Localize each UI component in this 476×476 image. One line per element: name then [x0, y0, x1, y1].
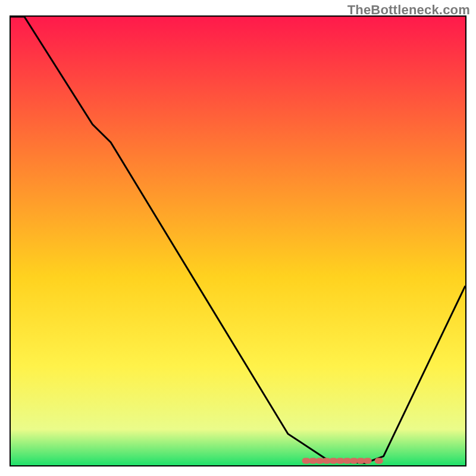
gradient-background — [11, 17, 465, 465]
plot-svg — [11, 17, 465, 465]
chart-container: TheBottleneck.com — [0, 0, 476, 476]
plot-frame — [10, 15, 466, 466]
marker-dot — [375, 458, 383, 464]
marker-dot — [364, 458, 372, 464]
